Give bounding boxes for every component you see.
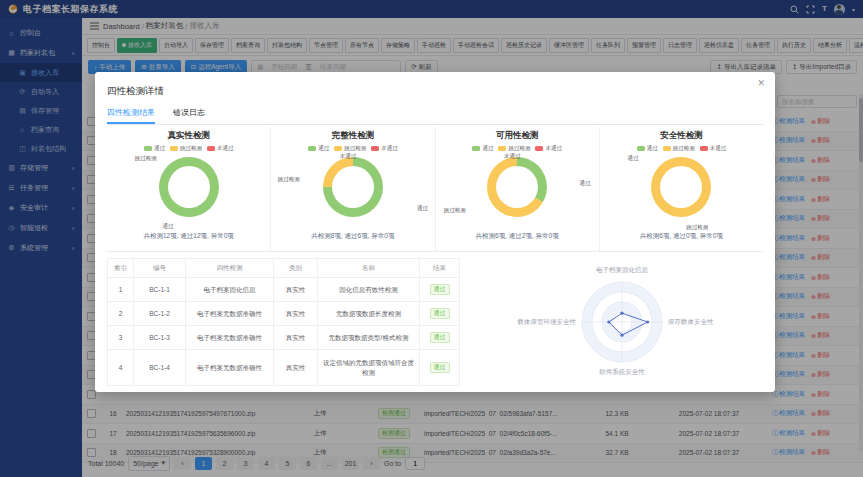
cell-name: 固化信息有效性检测 [318,278,420,302]
pie-label: 未通过 [340,153,357,160]
pie-label: 跳过检测 [135,155,157,162]
legend-swatch [334,146,342,151]
cell-name: 设定值域的元数据项值域符合度检测 [318,350,420,386]
legend-item[interactable]: 未通过 [535,145,562,152]
cell-type: 真实性 [274,350,318,386]
cell-category: 电子档案固化信息 [186,278,274,302]
column-header: 编号 [134,259,186,278]
cell-index: 1 [108,278,134,302]
legend-item[interactable]: 通过 [472,145,493,152]
donut-zone: 跳过检测通过 [107,152,270,230]
cell-result: 通过 [420,326,460,350]
legend-item[interactable]: 跳过检测 [334,145,366,152]
legend-label: 通过 [482,145,493,152]
pie-label: 未通过 [504,153,521,160]
radar-axis-label: 载体保管环境安全性 [517,318,577,326]
chart-panel-真实性检测: 真实性检测通过跳过检测未通过跳过检测通过共检测12项, 通过12项, 异常0项 [107,127,271,251]
result-badge: 通过 [430,362,450,373]
legend-label: 未通过 [710,145,727,152]
modal-header: 四性检测详情 ✕ [95,72,775,100]
legend-item[interactable]: 通过 [308,145,329,152]
chart-legend: 通过跳过检测未通过 [144,145,234,152]
chart-caption: 共检测12项, 通过12项, 异常0项 [143,232,233,241]
legend-swatch [637,146,645,151]
close-icon[interactable]: ✕ [757,78,765,88]
legend-item[interactable]: 未通过 [700,145,727,152]
legend-label: 未通过 [381,145,398,152]
legend-label: 通过 [318,145,329,152]
result-badge: 通过 [430,284,450,295]
radar-axis-label: 保存载体安全性 [668,318,714,325]
chart-panel-安全性检测: 安全性检测通过跳过检测未通过通过跳过检测共检测6项, 通过0项, 异常0项 [600,127,763,251]
pie-label: 跳过检测 [686,224,708,231]
donut-chart [159,157,219,217]
chart-panel-完整性检测: 完整性检测通过跳过检测未通过未通过跳过检测通过共检测8项, 通过6项, 异常0项 [271,127,435,251]
donut-zone: 未通过跳过检测通过 [271,152,434,230]
cell-code: BC-1-2 [134,302,186,326]
chart-legend: 通过跳过检测未通过 [472,145,562,152]
detection-detail-table: 索引编号四性检测类别名称结果1BC-1-1电子档案固化信息真实性固化信息有效性检… [107,258,460,386]
chart-panel-可用性检测: 可用性检测通过跳过检测未通过未通过通过跳过检测共检测6项, 通过2项, 异常0项 [436,127,600,251]
cell-index: 2 [108,302,134,326]
result-badge: 通过 [430,308,450,319]
radar-point [607,320,610,323]
cell-category: 电子档案元数据准确性 [186,326,274,350]
chart-title: 安全性检测 [660,130,703,142]
radar-svg: 电子档案固化信息保存载体安全性软件系统安全性载体保管环境安全性 [472,258,772,386]
legend-label: 未通过 [217,145,234,152]
radar-point [646,320,649,323]
column-header: 类别 [274,259,318,278]
column-header: 索引 [108,259,134,278]
legend-item[interactable]: 未通过 [207,145,234,152]
cell-code: BC-1-3 [134,326,186,350]
donut-zone: 通过跳过检测 [600,152,763,230]
legend-item[interactable]: 通过 [144,145,165,152]
column-header: 四性检测 [186,259,274,278]
legend-label: 跳过检测 [180,145,202,152]
chart-legend: 通过跳过检测未通过 [308,145,398,152]
legend-label: 跳过检测 [508,145,530,152]
legend-swatch [498,146,506,151]
legend-swatch [207,146,215,151]
cell-result: 通过 [420,350,460,386]
table-header-row: 索引编号四性检测类别名称结果 [108,259,460,278]
legend-label: 通过 [647,145,658,152]
cell-index: 4 [108,350,134,386]
column-header: 名称 [318,259,420,278]
cell-code: BC-1-1 [134,278,186,302]
radar-axis-label: 电子档案固化信息 [596,266,649,274]
donut-zone: 未通过通过跳过检测 [436,152,599,230]
table-row: 2BC-1-2电子档案元数据准确性真实性元数据项数据长度检测通过 [108,302,460,326]
cell-result: 通过 [420,278,460,302]
legend-item[interactable]: 通过 [637,145,658,152]
modal-tab-四性检测结果[interactable]: 四性检测结果 [107,104,155,124]
pie-label: 通过 [417,205,428,212]
cell-index: 3 [108,326,134,350]
table-row: 1BC-1-1电子档案固化信息真实性固化信息有效性检测通过 [108,278,460,302]
legend-item[interactable]: 未通过 [371,145,398,152]
radar-point [620,334,623,337]
chart-title: 可用性检测 [496,130,539,142]
legend-item[interactable]: 跳过检测 [663,145,695,152]
legend-label: 跳过检测 [673,145,695,152]
radar-chart: 电子档案固化信息保存载体安全性软件系统安全性载体保管环境安全性 [472,258,772,386]
legend-label: 跳过检测 [344,145,366,152]
legend-swatch [700,146,708,151]
legend-swatch [170,146,178,151]
legend-label: 未通过 [545,145,562,152]
modal-tabs: 四性检测结果错误日志 [107,104,763,125]
modal-tab-错误日志[interactable]: 错误日志 [173,104,205,124]
legend-swatch [144,146,152,151]
modal-title: 四性检测详情 [107,85,164,96]
cell-category: 电子档案元数据准确性 [186,302,274,326]
legend-item[interactable]: 跳过检测 [170,145,202,152]
legend-item[interactable]: 跳过检测 [498,145,530,152]
legend-swatch [663,146,671,151]
donut-chart [487,157,547,217]
cell-name: 元数据项数据类型/格式检测 [318,326,420,350]
legend-swatch [308,146,316,151]
donut-chart [323,157,383,217]
cell-category: 电子档案元数据准确性 [186,350,274,386]
donut-chart [651,157,711,217]
table-row: 4BC-1-4电子档案元数据准确性真实性设定值域的元数据项值域符合度检测通过 [108,350,460,386]
